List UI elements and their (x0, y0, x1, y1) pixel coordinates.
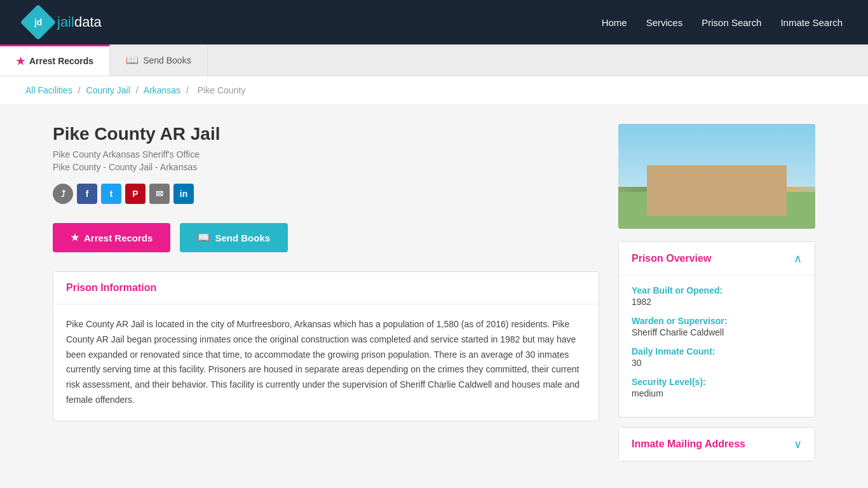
overview-inmate-count-value: 30 (632, 358, 802, 368)
tab-send-books[interactable]: 📖 Send Books (110, 44, 208, 76)
nav-inmate-search[interactable]: Inmate Search (780, 17, 843, 28)
star-icon: ★ (16, 55, 25, 67)
arrest-records-label: Arrest Records (84, 233, 153, 243)
share-twitter-button[interactable]: t (101, 184, 121, 204)
prison-info-text: Pike County AR Jail is located in the ci… (66, 317, 586, 408)
share-linkedin-button[interactable]: in (173, 184, 194, 204)
arrest-records-button[interactable]: ★ Arrest Records (53, 223, 170, 252)
breadcrumb-arkansas[interactable]: Arkansas (144, 85, 180, 95)
nav-prison-search[interactable]: Prison Search (702, 17, 761, 28)
overview-warden-value: Sheriff Charlie Caldwell (632, 327, 802, 337)
overview-inmate-count-row: Daily Inmate Count: 30 (632, 346, 802, 368)
nav-services[interactable]: Services (646, 17, 683, 28)
overview-year-row: Year Built or Opened: 1982 (632, 285, 802, 307)
overview-security-row: Security Level(s): medium (632, 377, 802, 398)
prison-overview-header: Prison Overview ∧ (619, 242, 815, 276)
building-shape (647, 165, 787, 216)
mailing-expand-button[interactable]: ∨ (794, 437, 802, 451)
prison-info-title: Prison Information (66, 282, 156, 293)
share-facebook-button[interactable]: f (77, 184, 97, 204)
arrest-star-icon: ★ (71, 232, 79, 243)
breadcrumb-county-jail[interactable]: County Jail (86, 85, 130, 95)
logo-diamond: jd (20, 4, 57, 41)
overview-security-value: medium (632, 388, 802, 398)
inmate-mailing-card: Inmate Mailing Address ∨ (618, 427, 815, 461)
nav-links: Home Services Prison Search Inmate Searc… (602, 17, 843, 28)
right-column: Prison Overview ∧ Year Built or Opened: … (618, 124, 815, 461)
share-email-button[interactable]: ✉ (149, 184, 170, 204)
prison-overview-card: Prison Overview ∧ Year Built or Opened: … (618, 241, 815, 417)
prison-overview-body: Year Built or Opened: 1982 Warden or Sup… (619, 276, 815, 417)
overview-year-label: Year Built or Opened: (632, 285, 802, 295)
prison-overview-title: Prison Overview (632, 253, 711, 264)
tabs-bar: ★ Arrest Records 📖 Send Books (0, 44, 868, 76)
logo-initials: jd (34, 17, 42, 27)
inmate-mailing-header: Inmate Mailing Address ∨ (619, 428, 815, 461)
prison-info-card: Prison Information Pike County AR Jail i… (53, 271, 599, 421)
tab-arrest-records[interactable]: ★ Arrest Records (0, 44, 110, 76)
navbar: jd jaildata Home Services Prison Search … (0, 0, 868, 44)
nav-home[interactable]: Home (602, 17, 627, 28)
send-books-icon: 📖 (198, 232, 210, 243)
overview-warden-row: Warden or Supervisor: Sheriff Charlie Ca… (632, 316, 802, 337)
main-content: Pike County AR Jail Pike County Arkansas… (27, 105, 841, 480)
overview-collapse-button[interactable]: ∧ (794, 252, 802, 266)
jail-subtitle1: Pike County Arkansas Sheriff's Office (53, 149, 599, 159)
breadcrumb: All Facilities / County Jail / Arkansas … (0, 76, 868, 105)
prison-info-header: Prison Information (53, 272, 599, 304)
jail-meta: Pike County - County Jail - Arkansas (53, 162, 599, 172)
action-buttons: ★ Arrest Records 📖 Send Books (53, 223, 599, 252)
left-column: Pike County AR Jail Pike County Arkansas… (53, 124, 599, 461)
overview-inmate-count-label: Daily Inmate Count: (632, 346, 802, 356)
jail-photo (618, 124, 815, 229)
share-pinterest-button[interactable]: P (125, 184, 146, 204)
book-icon: 📖 (126, 54, 139, 66)
jail-title: Pike County AR Jail (53, 124, 599, 144)
tab-send-books-label: Send Books (143, 55, 191, 65)
social-share: ⤴ f t P ✉ in (53, 184, 599, 204)
brand-name: jaildata (57, 14, 102, 30)
overview-year-value: 1982 (632, 297, 802, 307)
breadcrumb-current: Pike County (198, 85, 245, 95)
inmate-mailing-title: Inmate Mailing Address (632, 438, 745, 450)
breadcrumb-all-facilities[interactable]: All Facilities (25, 85, 72, 95)
send-books-label: Send Books (215, 233, 270, 243)
brand-logo[interactable]: jd jaildata (25, 10, 102, 35)
overview-security-label: Security Level(s): (632, 377, 802, 387)
share-generic-button[interactable]: ⤴ (53, 184, 73, 204)
tab-arrest-records-label: Arrest Records (29, 56, 93, 66)
send-books-button[interactable]: 📖 Send Books (180, 223, 288, 252)
prison-info-body: Pike County AR Jail is located in the ci… (53, 304, 599, 421)
overview-warden-label: Warden or Supervisor: (632, 316, 802, 326)
